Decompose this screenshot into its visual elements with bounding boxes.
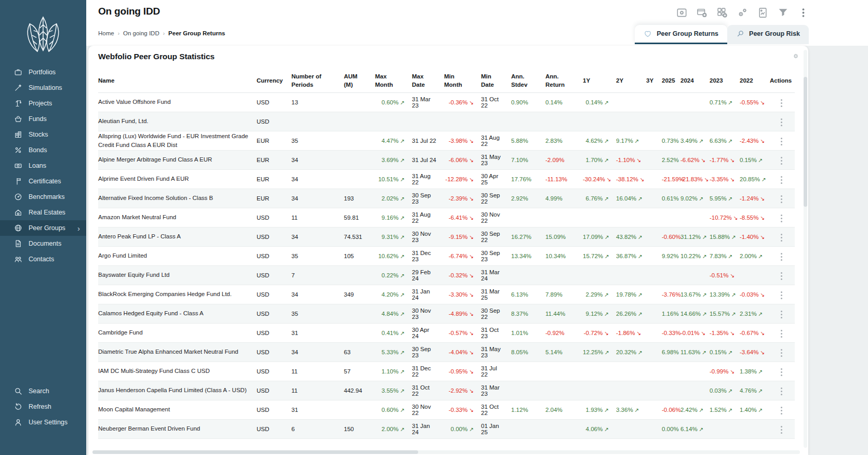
cell-min_date: 30 Nov 22 <box>481 208 511 228</box>
more-menu-button[interactable] <box>798 7 809 18</box>
document-icon <box>14 239 22 248</box>
table-row[interactable]: Alternative Fixed Income Solution - Clas… <box>98 189 795 208</box>
column-header-max_date[interactable]: Max Date <box>412 70 444 93</box>
vertical-scrollbar[interactable] <box>804 50 807 448</box>
table-row[interactable]: Amazon Market Neutral FundUSD1159.819.16… <box>98 208 795 228</box>
add-window-button[interactable] <box>697 7 708 18</box>
column-header-name[interactable]: Name <box>98 70 257 93</box>
cell-max_month: 0.22%↗ <box>375 266 412 285</box>
row-actions-button[interactable] <box>776 97 786 109</box>
row-actions-button[interactable] <box>776 270 786 282</box>
column-header-y2022[interactable]: 2022 <box>740 70 770 93</box>
row-actions-button[interactable] <box>776 135 786 148</box>
cell-max_date: 30 Nov 23 <box>412 228 444 247</box>
sidebar-item-stocks[interactable]: Stocks <box>0 127 86 142</box>
sidebar-item-projects[interactable]: Projects <box>0 96 86 111</box>
table-row[interactable]: Antero Peak Fund LP - Class AUSD3474.531… <box>98 228 795 247</box>
row-actions-button[interactable] <box>776 404 786 417</box>
sidebar-item-real-estates[interactable]: Real Estates <box>0 205 86 220</box>
sidebar-item-bonds[interactable]: Bonds <box>0 142 86 158</box>
table-row[interactable]: Janus Henderson Capella Fund Limited (Cl… <box>98 381 795 400</box>
row-actions-button[interactable] <box>776 423 786 436</box>
table-row[interactable]: Alprime Event Driven Fund A EUREUR3410.5… <box>98 170 795 189</box>
panel-settings-button[interactable] <box>676 7 688 18</box>
cell-y3 <box>646 189 662 208</box>
sidebar-item-loans[interactable]: Loans <box>0 158 86 173</box>
table-row[interactable]: Cambridge FundUSD310.41%↗30 Apr 24-0.57%… <box>98 324 795 343</box>
sidebar-item-contacts[interactable]: Contacts <box>0 251 86 267</box>
filter-button[interactable] <box>778 7 789 18</box>
sidebar-item-documents[interactable]: Documents <box>0 236 86 251</box>
cell-min_month: -0.32%↘ <box>444 266 481 285</box>
column-header-periods[interactable]: Number of Periods <box>291 70 344 93</box>
table-row[interactable]: Allspring (Lux) Worldwide Fund - EUR Inv… <box>98 131 795 151</box>
column-header-y1[interactable]: 1Y <box>583 70 616 93</box>
table-row[interactable]: Calamos Hedged Equity Fund - Class AUSD3… <box>98 304 795 324</box>
sidebar-item-simulations[interactable]: Simulations <box>0 80 86 96</box>
vertical-scrollbar-thumb[interactable] <box>804 77 807 207</box>
row-actions-button[interactable] <box>776 173 786 186</box>
row-actions-button[interactable] <box>776 231 786 244</box>
column-header-ann_return[interactable]: Ann. Return <box>545 70 583 93</box>
table-row[interactable]: BlackRock Emerging Companies Hedge Fund … <box>98 285 795 304</box>
sidebar-item-funds[interactable]: Funds <box>0 111 86 127</box>
column-header-min_date[interactable]: Min Date <box>481 70 511 93</box>
row-actions-button[interactable] <box>776 193 786 205</box>
column-header-y2024[interactable]: 2024 <box>680 70 710 93</box>
row-actions-button[interactable] <box>776 385 786 397</box>
horizontal-scrollbar[interactable] <box>92 450 800 454</box>
row-actions-button[interactable] <box>776 154 786 167</box>
sidebar-item-benchmarks[interactable]: Benchmarks <box>0 189 86 205</box>
row-actions-button[interactable] <box>776 366 786 378</box>
row-actions-button[interactable] <box>776 346 786 359</box>
column-header-y2025[interactable]: 2025 <box>662 70 680 93</box>
trend-down-icon: ↘ <box>704 176 709 182</box>
cell-periods: 11 <box>291 362 344 381</box>
breadcrumb-item[interactable]: Home <box>98 30 114 36</box>
cell-ann_return: 15.09% <box>545 228 583 247</box>
column-header-y3[interactable]: 3Y <box>646 70 662 93</box>
cell-aum <box>344 131 375 151</box>
cell-ann_return: -11.13% <box>545 170 583 189</box>
row-actions-button[interactable] <box>776 327 786 340</box>
cell-ann_return: 0.14% <box>545 93 583 112</box>
column-header-y2[interactable]: 2Y <box>616 70 646 93</box>
horizontal-scrollbar-thumb[interactable] <box>92 450 418 454</box>
row-actions-button[interactable] <box>776 212 786 224</box>
table-row[interactable]: Diametric True Alpha Enhanced Market Neu… <box>98 343 795 362</box>
table-row[interactable]: Argo Fund LimitedUSD3510510.62%↗31 Dec 2… <box>98 247 795 266</box>
column-header-currency[interactable]: Currency <box>257 70 291 93</box>
row-actions-button[interactable] <box>776 308 786 320</box>
table-row[interactable]: Active Value Offshore FundUSD130.60%↗31 … <box>98 93 795 112</box>
cell-min_date: 31 Oct 22 <box>481 400 511 420</box>
row-actions-button[interactable] <box>776 289 786 301</box>
column-header-aum[interactable]: AUM (M) <box>344 70 375 93</box>
tab-peer-group-returns[interactable]: Peer Group Returns <box>635 25 727 44</box>
column-header-ann_stdev[interactable]: Ann. Stdev <box>511 70 545 93</box>
sidebar-item-peer-groups[interactable]: Peer Groups› <box>0 220 86 236</box>
sidebar-item-user-settings[interactable]: User Settings <box>0 414 86 430</box>
column-header-y2023[interactable]: 2023 <box>710 70 740 93</box>
sidebar-item-certificates[interactable]: Certificates <box>0 173 86 189</box>
table-settings-gear-icon[interactable] <box>792 52 800 60</box>
cell-y2025: -3.76% <box>662 285 680 304</box>
table-row[interactable]: Bayswater Equity Fund LtdUSD70.22%↗29 Fe… <box>98 266 795 285</box>
column-header-min_month[interactable]: Min Month <box>444 70 481 93</box>
sidebar-item-refresh[interactable]: Refresh <box>0 399 86 414</box>
breadcrumb-item[interactable]: On going IDD <box>123 30 159 36</box>
tab-peer-group-risk[interactable]: Peer Group Risk <box>727 25 809 44</box>
sidebar-item-portfolios[interactable]: Portfolios <box>0 64 86 80</box>
report-button[interactable] <box>757 7 769 18</box>
table-row[interactable]: IAM DC Multi-Strategy Fund Class C USDUS… <box>98 362 795 381</box>
row-actions-button[interactable] <box>776 116 786 128</box>
table-row[interactable]: Neuberger Berman Event Driven FundUSD615… <box>98 420 795 439</box>
add-widget-button[interactable] <box>717 7 728 18</box>
trend-down-icon: ↘ <box>730 176 735 182</box>
table-row[interactable]: Moon Capital ManagementUSD310.60%↗30 Nov… <box>98 400 795 420</box>
row-actions-button[interactable] <box>776 250 786 263</box>
settings-gears-button[interactable] <box>737 7 749 18</box>
column-header-max_month[interactable]: Max Month <box>375 70 412 93</box>
table-row[interactable]: Alpine Merger Arbitrage Fund Class A EUR… <box>98 151 795 170</box>
table-row[interactable]: Aleutian Fund, Ltd.USD <box>98 112 795 131</box>
sidebar-item-search[interactable]: Search <box>0 383 86 399</box>
